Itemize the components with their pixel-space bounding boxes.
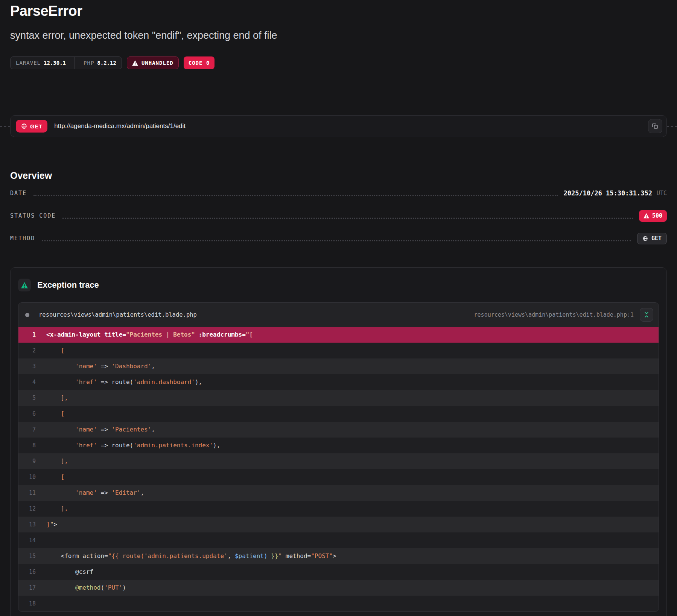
code-text: ], (46, 501, 68, 517)
warning-icon (18, 279, 31, 291)
code-text: @method('PUT') (46, 580, 126, 596)
collapse-button[interactable] (640, 308, 653, 322)
request-url: http://agenda-medica.mx/admin/patients/1… (54, 122, 648, 130)
error-page: { "header": { "title": "ParseError", "me… (0, 0, 677, 616)
code-line-3: 3 'name' => 'Dashboard', (18, 358, 659, 374)
request-url-bar: GET http://agenda-medica.mx/admin/patien… (10, 115, 667, 137)
code-text: 'href' => route('admin.dashboard'), (46, 374, 202, 390)
exception-message: syntax error, unexpected token "endif", … (10, 30, 667, 41)
line-number: 9 (18, 453, 36, 469)
line-number: 13 (18, 517, 36, 532)
code-line-16: 16 @csrf (18, 564, 659, 580)
line-number: 11 (18, 485, 36, 501)
warning-icon (132, 60, 138, 66)
line-number: 8 (18, 438, 36, 453)
code-line-11: 11 'name' => 'Editar', (18, 485, 659, 501)
code-line-17: 17 @method('PUT') (18, 580, 659, 596)
collapse-icon (643, 311, 650, 318)
line-number: 4 (18, 374, 36, 390)
connector-line-left (0, 126, 10, 127)
line-number: 7 (18, 422, 36, 438)
code-line-9: 9 ], (18, 453, 659, 469)
line-number: 16 (18, 564, 36, 580)
method-badge: GET (637, 233, 667, 244)
code-line-4: 4 'href' => route('admin.dashboard'), (18, 374, 659, 390)
php-version: PHP 8.2.12 (78, 60, 122, 66)
globe-icon (21, 123, 27, 129)
line-number: 12 (18, 501, 36, 517)
http-method-badge: GET (16, 120, 47, 133)
code-file-header[interactable]: resources\views\admin\patients\edit.blad… (18, 303, 659, 327)
code-line-18: 18 (18, 596, 659, 611)
overview-row-date: DATE 2025/10/26 15:30:31.352 UTC (10, 188, 667, 199)
badge-row: LARAVEL 12.30.1 PHP 8.2.12 UNHANDLED COD… (10, 56, 667, 69)
code-line-15: 15 <form action="{{ route('admin.patient… (18, 548, 659, 564)
copy-icon (652, 123, 659, 130)
divider (75, 57, 75, 69)
dotted-leader (33, 195, 557, 196)
code-text: 'name' => 'Pacientes', (46, 422, 155, 438)
trace-header: Exception trace (18, 276, 659, 294)
code-line-2: 2 [ (18, 343, 659, 358)
line-number: 1 (18, 327, 36, 343)
code-line-14: 14 (18, 532, 659, 548)
trace-heading: Exception trace (37, 280, 99, 290)
error-code-badge: CODE 0 (184, 56, 215, 69)
version-badge: LARAVEL 12.30.1 PHP 8.2.12 (10, 56, 122, 69)
code-text: ], (46, 390, 68, 406)
code-line-1: 1<x-admin-layout title="Pacientes | Beto… (18, 327, 659, 343)
line-number: 17 (18, 580, 36, 596)
code-line-13: 13]"> (18, 517, 659, 532)
exception-class: ParseError (10, 3, 667, 19)
bullet-icon (25, 313, 29, 317)
code-text: @csrf (46, 564, 93, 580)
overview-section: Overview DATE 2025/10/26 15:30:31.352 UT… (10, 170, 667, 244)
code-text: 'href' => route('admin.patients.index'), (46, 438, 220, 453)
code-line-12: 12 ], (18, 501, 659, 517)
status-code-badge: 500 (639, 210, 667, 222)
line-number: 3 (18, 358, 36, 374)
unhandled-badge: UNHANDLED (127, 56, 179, 69)
overview-row-method: METHOD GET (10, 233, 667, 244)
date-label: DATE (10, 190, 27, 197)
code-text: <form action="{{ route('admin.patients.u… (46, 548, 336, 564)
status-label: STATUS CODE (10, 212, 56, 219)
line-number: 18 (18, 596, 36, 611)
code-line-8: 8 'href' => route('admin.patients.index'… (18, 438, 659, 453)
error-header: ParseError syntax error, unexpected toke… (10, 3, 667, 69)
file-path: resources\views\admin\patients\edit.blad… (39, 311, 197, 318)
date-timezone: UTC (657, 190, 667, 197)
line-number: 14 (18, 532, 36, 548)
connector-line-right (667, 126, 677, 127)
code-text: 'name' => 'Dashboard', (46, 358, 155, 374)
code-line-5: 5 ], (18, 390, 659, 406)
code-viewer: resources\views\admin\patients\edit.blad… (18, 302, 659, 612)
date-value: 2025/10/26 15:30:31.352 (564, 189, 652, 197)
globe-icon (642, 236, 648, 241)
code-text: ], (46, 453, 68, 469)
file-reference: resources\views\admin\patients\edit.blad… (474, 311, 634, 318)
code-text: [ (46, 343, 64, 358)
request-url-card: GET http://agenda-medica.mx/admin/patien… (10, 115, 667, 137)
code-text: ]"> (46, 517, 57, 532)
overview-row-status: STATUS CODE 500 (10, 210, 667, 221)
line-number: 5 (18, 390, 36, 406)
code-line-7: 7 'name' => 'Pacientes', (18, 422, 659, 438)
copy-url-button[interactable] (648, 119, 662, 133)
code-text: 'name' => 'Editar', (46, 485, 144, 501)
laravel-version: LARAVEL 12.30.1 (11, 60, 71, 66)
exception-trace-card: Exception trace resources\views\admin\pa… (10, 267, 667, 616)
line-number: 15 (18, 548, 36, 564)
dotted-leader (62, 218, 633, 219)
line-number: 10 (18, 469, 36, 485)
overview-heading: Overview (10, 170, 667, 181)
code-line-10: 10 [ (18, 469, 659, 485)
code-text: [ (46, 406, 64, 422)
warning-icon (644, 213, 649, 218)
code-text: [ (46, 469, 64, 485)
code-line-6: 6 [ (18, 406, 659, 422)
code-lines: 1<x-admin-layout title="Pacientes | Beto… (18, 327, 659, 611)
method-label: METHOD (10, 235, 35, 242)
line-number: 2 (18, 343, 36, 358)
dotted-leader (42, 240, 631, 241)
